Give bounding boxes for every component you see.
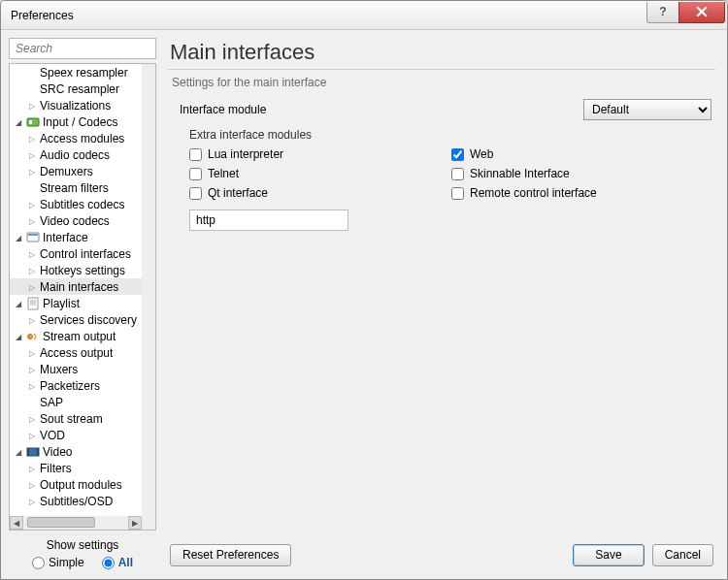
expand-icon[interactable] [27, 463, 37, 473]
main-panel: Main interfaces Settings for the main in… [164, 38, 719, 571]
chk-rc[interactable]: Remote control interface [451, 186, 704, 200]
chk-qt[interactable]: Qt interface [189, 186, 442, 200]
radio-simple-input[interactable] [32, 557, 45, 569]
tree-item-label: Access output [40, 346, 113, 360]
sidebar: Speex resamplerSRC resamplerVisualizatio… [9, 38, 156, 571]
scroll-right-icon[interactable]: ▶ [128, 516, 142, 530]
expand-icon[interactable] [27, 166, 37, 177]
titlebar: Preferences ? [1, 1, 727, 30]
expand-icon[interactable] [27, 133, 37, 144]
tree-item[interactable]: Speex resampler [10, 64, 142, 81]
chk-lua[interactable]: Lua interpreter [189, 147, 442, 161]
search-input[interactable] [9, 38, 156, 59]
tree-item[interactable]: Sout stream [10, 410, 142, 427]
tree-item[interactable]: Stream output [10, 328, 142, 344]
tree-item[interactable]: Subtitles/OSD [10, 493, 142, 509]
window-buttons: ? [647, 2, 725, 23]
tree-item[interactable]: Video codecs [10, 212, 142, 229]
interface-icon [26, 231, 40, 244]
expand-icon[interactable] [27, 430, 37, 440]
save-button[interactable]: Save [573, 544, 644, 566]
expand-icon[interactable] [27, 496, 37, 506]
tree-item[interactable]: Access modules [10, 130, 142, 146]
collapse-icon[interactable] [14, 298, 23, 308]
chk-qt-input[interactable] [189, 187, 202, 200]
collapse-icon[interactable] [14, 331, 23, 341]
tree-item[interactable]: Filters [10, 460, 142, 476]
svg-rect-0 [27, 118, 39, 126]
collapse-icon[interactable] [14, 446, 23, 457]
expand-icon[interactable] [27, 248, 37, 259]
tree-vscroll[interactable] [142, 64, 155, 516]
radio-all-input[interactable] [102, 557, 115, 569]
tree-item-label: Visualizations [40, 99, 111, 113]
help-button[interactable]: ? [646, 2, 679, 23]
collapse-icon[interactable] [14, 116, 23, 127]
tree-item[interactable]: Interface [10, 229, 142, 245]
tree-item[interactable]: Output modules [10, 476, 142, 493]
tree-item[interactable]: Services discovery [10, 311, 142, 328]
radio-all[interactable]: All [102, 556, 133, 569]
interface-module-select[interactable]: Default [583, 99, 711, 120]
tree-item-label: Video [43, 445, 72, 459]
preferences-window: Preferences ? Speex resamplerSRC resampl… [0, 0, 728, 580]
chk-web[interactable]: Web [451, 147, 704, 161]
codecs-icon [26, 115, 40, 129]
expand-icon[interactable] [27, 149, 37, 160]
tree-item-label: Stream output [43, 330, 116, 343]
expand-icon[interactable] [27, 100, 37, 111]
tree-item[interactable]: Packetizers [10, 377, 142, 394]
chk-telnet-input[interactable] [189, 168, 202, 180]
chk-rc-input[interactable] [451, 187, 464, 200]
expand-icon[interactable] [27, 380, 37, 391]
expand-icon[interactable] [27, 199, 37, 209]
tree-item[interactable]: Control interfaces [10, 245, 142, 262]
expand-icon[interactable] [27, 364, 37, 374]
chk-skin-input[interactable] [451, 168, 464, 180]
tree-item[interactable]: SAP [10, 394, 142, 410]
expand-icon[interactable] [27, 347, 37, 358]
tree-item[interactable]: Video [10, 443, 142, 460]
chk-telnet[interactable]: Telnet [189, 167, 442, 180]
cancel-button[interactable]: Cancel [652, 544, 713, 566]
collapse-icon[interactable] [14, 232, 23, 242]
scroll-thumb[interactable] [27, 517, 95, 528]
close-button[interactable] [678, 2, 725, 23]
tree-item-label: Hotkeys settings [40, 264, 125, 277]
chk-web-input[interactable] [451, 148, 464, 161]
tree-item[interactable]: Main interfaces [10, 278, 142, 295]
page-title: Main interfaces [170, 40, 719, 65]
tree-item[interactable]: Audio codecs [10, 146, 142, 163]
tree-item[interactable]: Demuxers [10, 163, 142, 179]
tree-item[interactable]: Access output [10, 344, 142, 361]
expand-icon[interactable] [27, 281, 37, 292]
tree-item[interactable]: Subtitles codecs [10, 196, 142, 212]
tree-item[interactable]: SRC resampler [10, 81, 142, 97]
tree-item[interactable]: Muxers [10, 361, 142, 377]
tree-item[interactable]: Input / Codecs [10, 113, 142, 130]
tree-item-label: Main interfaces [40, 280, 118, 294]
tree-hscroll[interactable]: ◀ ▶ [10, 516, 142, 530]
expand-icon[interactable] [27, 314, 37, 325]
radio-simple[interactable]: Simple [32, 556, 84, 569]
chk-lua-input[interactable] [189, 148, 202, 161]
tree-item-label: Input / Codecs [43, 115, 117, 129]
divider [168, 69, 715, 70]
expand-icon[interactable] [27, 265, 37, 275]
tree-item-label: Demuxers [40, 165, 93, 178]
tree-item[interactable]: Visualizations [10, 97, 142, 113]
extra-modules-input[interactable] [189, 209, 348, 231]
stream-icon [26, 330, 40, 343]
tree-item[interactable]: VOD [10, 427, 142, 443]
expand-icon[interactable] [27, 413, 37, 424]
tree-item-label: Speex resampler [40, 66, 128, 80]
tree-item[interactable]: Stream filters [10, 179, 142, 196]
tree-item-label: Subtitles codecs [40, 198, 124, 211]
reset-preferences-button[interactable]: Reset Preferences [170, 544, 291, 566]
scroll-left-icon[interactable]: ◀ [10, 516, 23, 530]
expand-icon[interactable] [27, 215, 37, 226]
tree-item[interactable]: Playlist [10, 295, 142, 311]
expand-icon[interactable] [27, 479, 37, 490]
chk-skin[interactable]: Skinnable Interface [451, 167, 704, 180]
tree-item[interactable]: Hotkeys settings [10, 262, 142, 278]
